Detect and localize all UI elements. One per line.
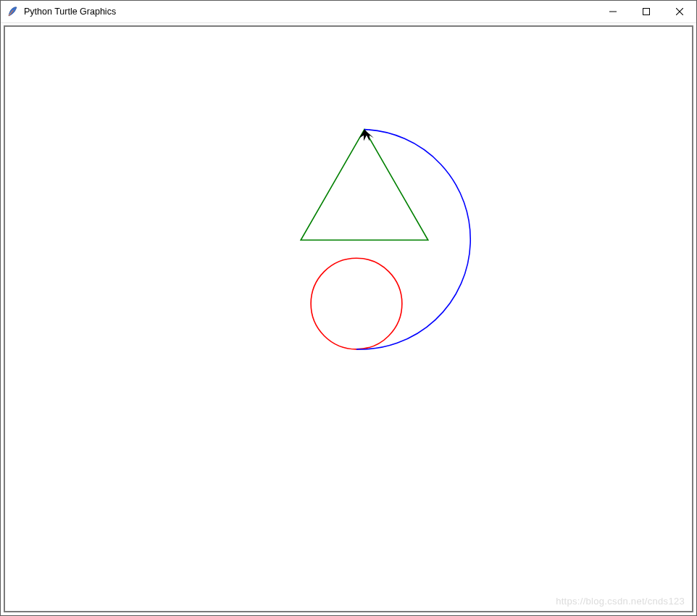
feather-icon [7, 6, 18, 17]
maximize-button[interactable] [630, 1, 663, 22]
turtle-canvas [5, 27, 692, 611]
canvas-bg [5, 27, 692, 611]
minimize-icon [609, 8, 617, 15]
app-window: Python Turtle Graphics [0, 0, 697, 616]
turtle-canvas-frame: https://blog.csdn.net/cnds123 [4, 25, 693, 612]
titlebar[interactable]: Python Turtle Graphics [1, 1, 696, 23]
window-controls [596, 1, 696, 22]
window-title: Python Turtle Graphics [22, 1, 116, 22]
close-icon [676, 8, 683, 15]
minimize-button[interactable] [596, 1, 630, 22]
maximize-icon [643, 8, 650, 15]
svg-rect-1 [643, 9, 650, 15]
close-button[interactable] [663, 1, 696, 22]
